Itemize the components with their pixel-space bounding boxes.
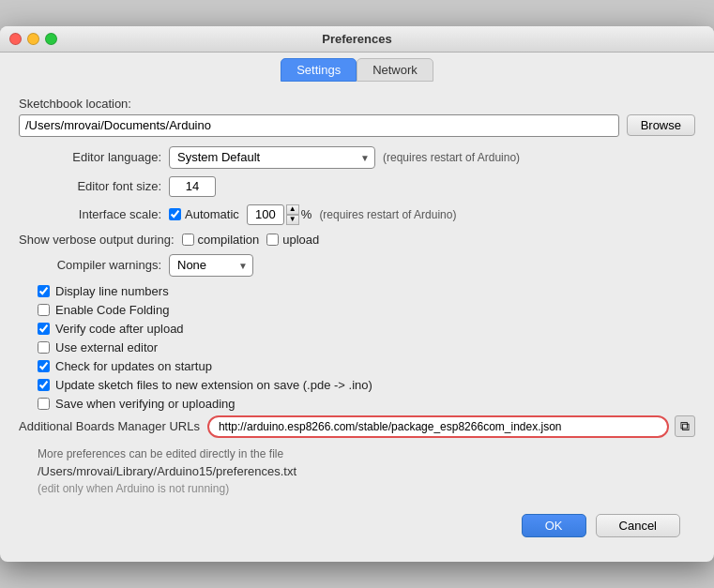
boards-manager-url-input[interactable] (207, 415, 669, 438)
editor-language-select[interactable]: System Default (169, 146, 375, 169)
interface-scale-spinner: ▲ ▼ (247, 204, 299, 225)
use-external-editor-label: Use external editor (55, 340, 158, 354)
upload-label: upload (282, 233, 319, 247)
interface-scale-auto: Automatic (169, 207, 239, 221)
editor-language-note: (requires restart of Arduino) (383, 151, 520, 164)
verbose-output-label: Show verbose output during: (19, 233, 182, 247)
verbose-output-row: Show verbose output during: compilation … (19, 233, 695, 247)
checkbox-save-when-verifying: Save when verifying or uploading (38, 397, 695, 411)
maximize-button[interactable] (45, 33, 57, 45)
tab-settings[interactable]: Settings (281, 58, 357, 82)
compilation-label: compilation (198, 233, 260, 247)
footer-path: /Users/mrovai/Library/Arduino15/preferen… (38, 462, 695, 481)
copy-url-button[interactable]: ⧉ (675, 415, 695, 437)
display-line-numbers-checkbox[interactable] (38, 285, 50, 297)
verify-code-checkbox[interactable] (38, 323, 50, 335)
display-line-numbers-label: Display line numbers (55, 284, 169, 298)
preferences-window: Preferences Settings Network Sketchbook … (0, 26, 714, 563)
editor-font-size-label: Editor font size: (19, 179, 169, 193)
checkbox-display-line-numbers: Display line numbers (38, 284, 695, 298)
editor-language-row: Editor language: System Default ▼ (requi… (19, 146, 695, 169)
titlebar: Preferences (0, 26, 714, 53)
footer-notes: More preferences can be edited directly … (38, 445, 695, 498)
save-when-verifying-checkbox[interactable] (38, 398, 50, 410)
enable-code-folding-label: Enable Code Folding (55, 303, 169, 317)
editor-font-size-row: Editor font size: (19, 176, 695, 197)
browse-button[interactable]: Browse (627, 114, 695, 136)
spinner-down-button[interactable]: ▼ (286, 215, 299, 225)
verbose-output-options: compilation upload (182, 233, 320, 247)
footer-note1: More preferences can be edited directly … (38, 445, 695, 462)
dialog-buttons: OK Cancel (19, 506, 695, 550)
interface-scale-label: Interface scale: (19, 207, 169, 221)
checkbox-update-sketch: Update sketch files to new extension on … (38, 378, 695, 392)
interface-scale-auto-checkbox[interactable] (169, 208, 181, 220)
interface-scale-auto-label: Automatic (185, 207, 239, 221)
interface-scale-unit: % (301, 207, 312, 221)
tabs-bar: Settings Network (0, 53, 714, 82)
window-title: Preferences (322, 32, 391, 46)
compiler-warnings-row: Compiler warnings: None ▼ (19, 254, 695, 277)
boards-manager-label: Additional Boards Manager URLs (19, 419, 207, 433)
compiler-warnings-dropdown-wrapper: None ▼ (169, 254, 253, 277)
minimize-button[interactable] (27, 33, 39, 45)
check-updates-checkbox[interactable] (38, 360, 50, 372)
interface-scale-row: Interface scale: Automatic ▲ ▼ % (requir… (19, 204, 695, 225)
preferences-content: Sketchbook location: Browse Editor langu… (0, 82, 714, 563)
upload-option: upload (266, 233, 319, 247)
compiler-warnings-select[interactable]: None (169, 254, 253, 277)
sketchbook-label: Sketchbook location: (19, 97, 131, 111)
compilation-option: compilation (182, 233, 260, 247)
compiler-warnings-label: Compiler warnings: (19, 258, 169, 272)
compilation-checkbox[interactable] (182, 234, 194, 246)
sketchbook-input[interactable] (19, 114, 619, 137)
update-sketch-label: Update sketch files to new extension on … (55, 378, 372, 392)
editor-language-label: Editor language: (19, 150, 169, 164)
check-updates-label: Check for updates on startup (55, 359, 212, 373)
save-when-verifying-label: Save when verifying or uploading (55, 397, 235, 411)
editor-language-dropdown-wrapper: System Default ▼ (169, 146, 375, 169)
checkbox-check-updates: Check for updates on startup (38, 359, 695, 373)
boards-manager-row: Additional Boards Manager URLs ⧉ (19, 415, 695, 438)
checkboxes-group: Display line numbers Enable Code Folding… (19, 284, 695, 411)
use-external-editor-checkbox[interactable] (38, 341, 50, 354)
footer-note2: (edit only when Arduino is not running) (38, 480, 695, 497)
close-button[interactable] (9, 33, 22, 45)
tab-network[interactable]: Network (357, 58, 433, 82)
ok-button[interactable]: OK (522, 514, 586, 537)
update-sketch-checkbox[interactable] (38, 379, 50, 391)
cancel-button[interactable]: Cancel (596, 514, 680, 537)
enable-code-folding-checkbox[interactable] (38, 304, 50, 316)
spinner-buttons: ▲ ▼ (286, 204, 299, 225)
checkbox-verify-code: Verify code after upload (38, 322, 695, 336)
checkbox-enable-code-folding: Enable Code Folding (38, 303, 695, 317)
verify-code-label: Verify code after upload (55, 322, 184, 336)
window-controls (9, 33, 57, 45)
checkbox-use-external-editor: Use external editor (38, 340, 695, 354)
upload-checkbox[interactable] (266, 234, 279, 246)
interface-scale-value[interactable] (247, 204, 284, 225)
spinner-up-button[interactable]: ▲ (286, 204, 299, 215)
sketchbook-row: Browse (19, 114, 695, 137)
editor-font-size-input[interactable] (169, 176, 216, 197)
interface-scale-note: (requires restart of Arduino) (319, 208, 456, 221)
